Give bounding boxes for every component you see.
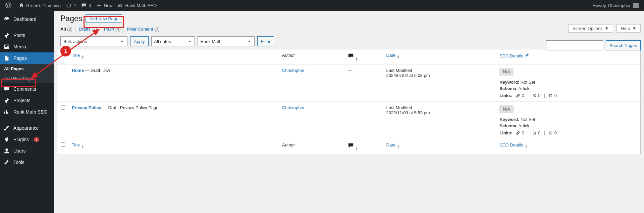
admin-menu: Dashboard Posts Media Pages All Pages Ad…: [0, 11, 54, 213]
wrench-icon: [3, 159, 10, 165]
col-seo[interactable]: SEO Details: [496, 49, 640, 65]
menu-users[interactable]: Users: [0, 145, 54, 157]
user-icon: [3, 148, 10, 154]
sort-icon: ▲▼: [81, 55, 84, 59]
pencil-icon: [525, 53, 529, 58]
updates-link[interactable]: 2: [63, 0, 78, 11]
screen-options-button[interactable]: Screen Options ▼: [568, 24, 613, 33]
site-name-text: Green's Plumbing: [26, 3, 61, 8]
table-row: Privacy Policy — Draft, Privacy Policy P…: [57, 102, 641, 139]
comment-icon: [81, 3, 87, 8]
menu-tools[interactable]: Tools: [0, 157, 54, 168]
page-title-link[interactable]: Privacy Policy: [72, 105, 101, 110]
wp-logo[interactable]: [3, 0, 16, 11]
link-icon: [516, 93, 520, 98]
seo-cell: N/A Keyword: Not Set Schema: Article Lin…: [496, 65, 640, 102]
date-cell: Last Modified2024/07/02 at 6:08 pm: [383, 65, 496, 102]
new-link[interactable]: New: [94, 0, 115, 11]
date-cell: Last Modified2022/11/09 at 5:53 pm: [383, 102, 496, 139]
brush-icon: [3, 125, 10, 131]
annotation-box-submenu: [1, 79, 36, 87]
view-filters: All (2) | Drafts (2) | Trash (4) | Pilla…: [54, 25, 644, 34]
select-all-checkbox-bottom[interactable]: [61, 142, 65, 147]
comment-icon: [348, 144, 354, 150]
comment-icon: [348, 55, 354, 60]
pin-icon: [3, 32, 10, 38]
external-link-icon: [532, 93, 537, 98]
post-state: — Draft, Privacy Policy Page: [101, 105, 159, 110]
date-filter-select[interactable]: All dates: [151, 36, 195, 46]
row-checkbox[interactable]: [61, 68, 65, 72]
seo-score-badge: N/A: [499, 105, 514, 113]
search-pages-button[interactable]: Search Pages: [606, 40, 641, 50]
menu-posts[interactable]: Posts: [0, 30, 54, 41]
col-seo-foot[interactable]: SEO Details▲▼: [496, 139, 640, 154]
view-pillar[interactable]: Pillar Content (0): [127, 27, 160, 32]
rankmath-filter-select[interactable]: Rank Math: [198, 36, 255, 46]
comment-icon: [3, 86, 10, 92]
apply-button[interactable]: Apply: [130, 36, 149, 46]
menu-projects[interactable]: Projects: [0, 95, 54, 106]
comments-count: 0: [89, 3, 91, 8]
table-row: Home — Draft, Divi Christopher — Last Mo…: [57, 65, 641, 102]
chevron-down-icon: ▼: [632, 26, 636, 31]
col-comments-foot[interactable]: ▲▼: [344, 139, 383, 154]
col-date-foot[interactable]: Date▲▼: [383, 139, 496, 154]
col-date[interactable]: Date▲▼: [383, 49, 496, 65]
page-title: Pages: [60, 14, 82, 23]
bulk-actions-select[interactable]: Bulk actions: [60, 36, 127, 46]
home-icon: [19, 3, 24, 8]
external-link-icon: [532, 131, 537, 135]
avatar-icon: [633, 3, 639, 8]
chart-icon: [118, 3, 123, 8]
menu-plugins[interactable]: Plugins1: [0, 134, 54, 145]
pin-icon: [3, 97, 10, 103]
menu-appearance[interactable]: Appearance: [0, 122, 54, 134]
incoming-link-icon: [548, 131, 553, 135]
col-title-foot[interactable]: Title▲▼: [68, 139, 279, 154]
update-icon: [66, 3, 71, 8]
page-icon: [3, 55, 10, 61]
annotation-marker-1: 1: [60, 46, 71, 56]
page-title-link[interactable]: Home: [72, 68, 84, 73]
col-author: Author: [279, 49, 344, 65]
wordpress-icon: [5, 2, 11, 8]
menu-rankmath[interactable]: Rank Math SEO: [0, 106, 54, 118]
updates-count: 2: [73, 3, 76, 8]
plugins-update-badge: 1: [34, 137, 40, 142]
row-checkbox[interactable]: [61, 105, 65, 110]
sort-icon: ▲▼: [397, 55, 400, 59]
help-button[interactable]: Help ▼: [616, 24, 641, 33]
view-all[interactable]: All (2): [60, 27, 72, 32]
howdy-text: Howdy, Christopher: [593, 3, 631, 8]
site-name-link[interactable]: Green's Plumbing: [16, 0, 63, 11]
comments-link[interactable]: 0: [78, 0, 94, 11]
post-state: — Draft, Divi: [84, 68, 110, 73]
col-title[interactable]: Title▲▼: [68, 49, 279, 65]
author-link[interactable]: Christopher: [282, 68, 305, 73]
pages-table: Title▲▼ Author ▲▼ Date▲▼ SEO Details Hom…: [57, 49, 641, 154]
plus-icon: [96, 3, 102, 8]
admin-bar: Green's Plumbing 2 0 New Rank Math SEO H…: [0, 0, 644, 11]
svg-point-1: [5, 148, 8, 151]
col-comments[interactable]: ▲▼: [344, 49, 383, 65]
rankmath-link[interactable]: Rank Math SEO: [115, 0, 159, 11]
sort-icon: ▲▼: [355, 57, 358, 61]
incoming-link-icon: [548, 93, 553, 98]
submenu-all-pages[interactable]: All Pages: [0, 64, 54, 74]
comments-cell: —: [344, 102, 383, 139]
rankmath-label: Rank Math SEO: [125, 3, 157, 8]
media-icon: [3, 44, 10, 50]
author-link[interactable]: Christopher: [282, 105, 305, 110]
menu-pages[interactable]: Pages: [0, 52, 54, 64]
my-account-link[interactable]: Howdy, Christopher: [590, 0, 641, 11]
link-icon: [516, 131, 520, 135]
menu-dashboard[interactable]: Dashboard: [0, 13, 54, 25]
seo-cell: N/A Keyword: Not Set Schema: Article Lin…: [496, 102, 640, 139]
col-author-foot: Author: [279, 139, 344, 154]
plug-icon: [3, 136, 10, 142]
search-input[interactable]: [546, 40, 603, 50]
filter-button[interactable]: Filter: [257, 36, 274, 46]
menu-media[interactable]: Media: [0, 41, 54, 52]
new-label: New: [104, 3, 112, 8]
